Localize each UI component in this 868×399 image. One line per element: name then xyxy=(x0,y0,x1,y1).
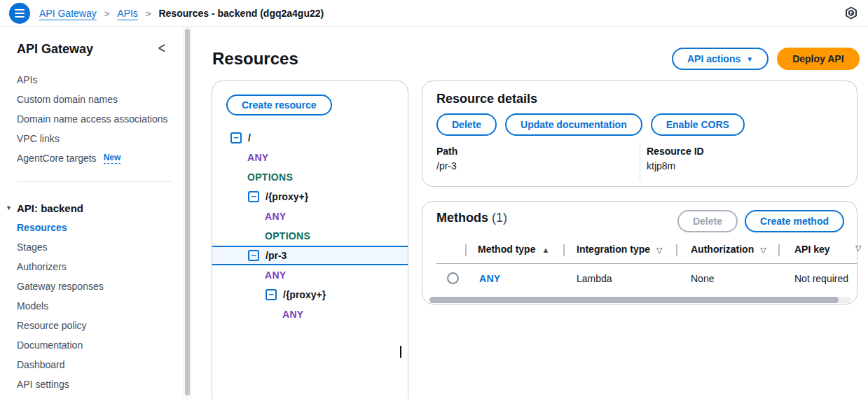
authorization-cell: None xyxy=(691,273,714,284)
tree-row-method-any[interactable]: ANY xyxy=(212,148,408,167)
sort-icon[interactable]: ▽ xyxy=(855,244,861,253)
delete-method-button[interactable]: Delete xyxy=(677,210,738,232)
path-value: /pr-3 xyxy=(436,160,457,172)
hamburger-menu-icon[interactable] xyxy=(9,3,30,24)
tree-row-method-any[interactable]: ANY xyxy=(212,265,408,285)
tree-row-pr-3-selected[interactable]: − /pr-3 xyxy=(212,246,408,265)
column-header-method-type[interactable]: Method type▲ xyxy=(478,244,549,255)
header-separator xyxy=(465,244,467,256)
top-navigation-bar: API Gateway > APIs > Resources - backend… xyxy=(0,0,868,27)
header-separator xyxy=(676,244,677,256)
sidebar-item-domain-name-access-associations[interactable]: Domain name access associations xyxy=(0,109,184,129)
sidebar-item-documentation[interactable]: Documentation xyxy=(0,335,184,355)
sidebar-scrollbar-thumb[interactable] xyxy=(185,29,190,396)
method-type-link[interactable]: ANY xyxy=(479,273,500,284)
sidebar-collapse-icon[interactable]: < xyxy=(158,38,165,57)
sidebar-divider xyxy=(17,181,172,182)
resource-id-label: Resource ID xyxy=(647,146,704,157)
methods-panel: Methods (1) Delete Create method Method … xyxy=(422,201,857,304)
sidebar-item-vpc-links[interactable]: VPC links xyxy=(0,129,184,148)
api-actions-dropdown-button[interactable]: API actions ▼ xyxy=(672,48,769,70)
integration-type-cell: Lambda xyxy=(577,273,612,284)
breadcrumb: API Gateway > APIs > Resources - backend… xyxy=(39,0,324,27)
collapse-minus-icon[interactable]: − xyxy=(230,132,242,144)
breadcrumb-link-apis[interactable]: APIs xyxy=(117,8,138,19)
collapse-minus-icon[interactable]: − xyxy=(266,289,277,300)
deploy-api-button[interactable]: Deploy API xyxy=(777,48,859,70)
delete-resource-button[interactable]: Delete xyxy=(436,113,497,136)
resource-tree-panel: Create resource − / ANY OPTIONS − /{prox… xyxy=(212,80,408,399)
column-header-integration-type[interactable]: Integration type▽ xyxy=(577,244,662,255)
breadcrumb-link-api-gateway[interactable]: API Gateway xyxy=(39,8,97,19)
resource-details-panel: Resource details Delete Update documenta… xyxy=(422,80,857,187)
column-header-authorization[interactable]: Authorization▽ xyxy=(691,244,766,255)
tree-row-method-options[interactable]: OPTIONS xyxy=(212,167,408,187)
ibeam-text-cursor xyxy=(400,346,401,358)
new-badge: New xyxy=(104,153,121,164)
tree-row-proxy-nested[interactable]: − /{proxy+} xyxy=(212,285,408,304)
tree-row-root[interactable]: − / xyxy=(212,128,408,148)
sidebar-item-gateway-responses[interactable]: Gateway responses xyxy=(0,276,184,296)
column-divider xyxy=(640,141,640,181)
update-documentation-button[interactable]: Update documentation xyxy=(505,113,642,136)
sidebar-item-stages[interactable]: Stages xyxy=(0,237,184,257)
sidebar-section-title: API: backend xyxy=(17,202,83,214)
header-separator xyxy=(563,244,565,256)
sort-asc-icon[interactable]: ▲ xyxy=(542,246,549,254)
tree-row-proxy[interactable]: − /{proxy+} xyxy=(212,187,408,206)
sidebar-item-custom-domain-names[interactable]: Custom domain names xyxy=(0,90,184,109)
table-header-divider xyxy=(436,263,857,264)
api-gateway-console: API Gateway > APIs > Resources - backend… xyxy=(0,0,868,399)
methods-title: Methods (1) xyxy=(436,211,507,225)
sidebar-api-nav-list: Resources Stages Authorizers Gateway res… xyxy=(0,218,184,394)
tree-row-method-any[interactable]: ANY xyxy=(212,206,408,226)
sidebar: API Gateway < APIs Custom domain names D… xyxy=(0,27,184,399)
header-separator xyxy=(778,244,780,256)
enable-cors-button[interactable]: Enable CORS xyxy=(651,113,745,136)
sidebar-section-api-backend[interactable]: ▼ API: backend xyxy=(0,198,184,218)
create-method-button[interactable]: Create method xyxy=(745,210,844,232)
sort-icon[interactable]: ▽ xyxy=(656,246,662,254)
methods-horizontal-scrollbar[interactable] xyxy=(429,297,851,303)
section-expand-arrow-icon[interactable]: ▼ xyxy=(6,204,12,211)
create-resource-button[interactable]: Create resource xyxy=(226,94,332,115)
collapse-minus-icon[interactable]: − xyxy=(248,191,259,202)
resource-details-title: Resource details xyxy=(436,92,537,106)
sidebar-item-agentcore-targets[interactable]: AgentCore targets New xyxy=(0,148,184,168)
sidebar-item-resources[interactable]: Resources xyxy=(0,218,184,237)
sidebar-item-resource-policy[interactable]: Resource policy xyxy=(0,316,184,335)
chevron-down-icon: ▼ xyxy=(746,55,753,63)
method-row-radio[interactable] xyxy=(447,272,459,284)
resource-id-value: ktjp8m xyxy=(647,160,704,172)
sidebar-scrollbar[interactable] xyxy=(184,27,191,399)
path-label: Path xyxy=(436,146,457,157)
sidebar-nav-list: APIs Custom domain names Domain name acc… xyxy=(0,70,184,168)
sidebar-title: API Gateway xyxy=(17,42,93,57)
sidebar-item-dashboard[interactable]: Dashboard xyxy=(0,355,184,374)
sidebar-item-api-settings[interactable]: API settings xyxy=(0,374,184,394)
breadcrumb-separator: > xyxy=(146,8,151,19)
sidebar-item-apis[interactable]: APIs xyxy=(0,70,184,90)
sidebar-item-authorizers[interactable]: Authorizers xyxy=(0,257,184,276)
tree-row-method-options[interactable]: OPTIONS xyxy=(212,226,408,246)
column-header-api-key[interactable]: API key▽ xyxy=(794,244,830,255)
breadcrumb-separator: > xyxy=(104,8,110,19)
resource-tree: − / ANY OPTIONS − /{proxy+} ANY OPTIONS … xyxy=(212,128,408,324)
sidebar-item-models[interactable]: Models xyxy=(0,296,184,316)
breadcrumb-current: Resources - backend (dgq2a4gu22) xyxy=(158,8,324,19)
api-key-cell: Not required xyxy=(794,273,848,284)
tree-row-method-any[interactable]: ANY xyxy=(212,304,408,324)
settings-hexagon-icon[interactable] xyxy=(844,6,858,20)
page-title: Resources xyxy=(212,49,298,69)
sort-icon[interactable]: ▽ xyxy=(760,246,766,254)
methods-count: (1) xyxy=(492,211,507,225)
scrollbar-thumb[interactable] xyxy=(429,297,839,303)
collapse-minus-icon[interactable]: − xyxy=(248,250,259,261)
